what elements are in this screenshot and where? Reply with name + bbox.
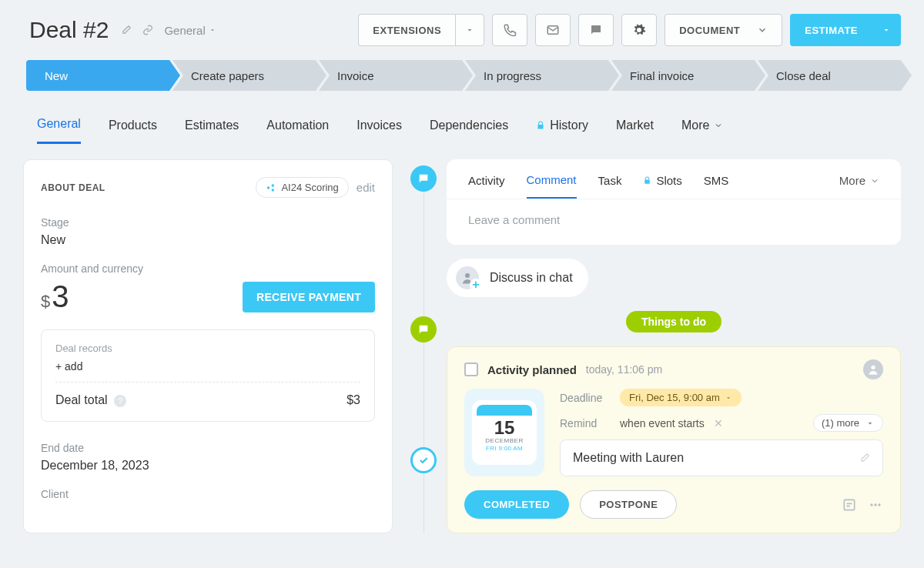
ai-scoring-chip[interactable]: AI24 Scoring xyxy=(256,177,348,198)
tab-history[interactable]: History xyxy=(536,111,588,143)
comment-tab-activity[interactable]: Activity xyxy=(468,174,505,198)
tab-automation[interactable]: Automation xyxy=(266,111,329,143)
calendar-time: FRI 9:00 AM xyxy=(477,445,532,452)
svg-point-8 xyxy=(874,503,876,506)
svg-rect-6 xyxy=(844,500,854,510)
tab-dependencies[interactable]: Dependencies xyxy=(430,111,508,143)
extensions-button[interactable]: EXTENSIONS xyxy=(358,14,455,46)
phone-icon[interactable] xyxy=(492,14,527,46)
document-label: DOCUMENT xyxy=(679,25,740,36)
avatar-icon xyxy=(863,359,883,379)
svg-point-9 xyxy=(878,503,880,506)
currency-symbol: $ xyxy=(41,292,50,312)
comment-tab-comment[interactable]: Comment xyxy=(527,173,577,199)
comment-input[interactable]: Leave a comment xyxy=(447,199,901,245)
estimate-button[interactable]: ESTIMATE xyxy=(790,14,872,46)
more-icon[interactable] xyxy=(868,497,883,513)
extensions-dropdown[interactable] xyxy=(455,14,484,46)
estimate-dropdown[interactable] xyxy=(872,14,901,46)
calendar-tile: 15 DECEMBER FRI 9:00 AM xyxy=(464,389,544,476)
comment-tab-more[interactable]: More xyxy=(839,174,879,198)
client-label: Client xyxy=(41,488,375,500)
activity-card: Activity planned today, 11:06 pm 15 DECE… xyxy=(447,346,901,533)
add-person-icon: + xyxy=(456,266,479,289)
tab-invoices[interactable]: Invoices xyxy=(357,111,402,143)
postpone-button[interactable]: POSTPONE xyxy=(580,490,677,519)
things-to-do-badge: Things to do xyxy=(626,311,721,332)
svg-point-5 xyxy=(871,366,875,369)
activity-title: Activity planned xyxy=(487,363,577,376)
stage-in-progress[interactable]: In progress xyxy=(465,60,608,91)
about-deal-panel: ABOUT DEAL AI24 Scoring edit Stage New A… xyxy=(23,159,393,533)
deal-total-label: Deal total xyxy=(55,393,108,406)
deadline-chip[interactable]: Fri, Dec 15, 9:00 am xyxy=(620,389,742,406)
lock-icon xyxy=(643,176,651,185)
note-icon[interactable] xyxy=(842,497,857,513)
calendar-month: DECEMBER xyxy=(477,437,532,444)
pencil-icon[interactable] xyxy=(859,453,870,463)
amount-label: Amount and currency xyxy=(41,262,375,275)
comment-tab-task[interactable]: Task xyxy=(598,174,622,198)
add-record-link[interactable]: + add xyxy=(55,360,360,373)
lock-icon xyxy=(536,121,545,130)
stage-create-papers[interactable]: Create papers xyxy=(172,60,316,91)
activity-timestamp: today, 11:06 pm xyxy=(586,363,662,376)
enddate-label: End date xyxy=(41,442,375,454)
activity-subject-input[interactable]: Meeting with Lauren xyxy=(560,439,883,476)
deal-total-value: $3 xyxy=(346,393,360,407)
category-select[interactable]: General xyxy=(164,24,216,37)
edit-link[interactable]: edit xyxy=(357,181,375,194)
gear-icon[interactable] xyxy=(621,14,657,46)
activity-checkbox[interactable] xyxy=(464,363,478,376)
timeline-node-chat-icon xyxy=(410,316,437,342)
comment-tab-sms[interactable]: SMS xyxy=(704,174,729,198)
about-heading: ABOUT DEAL xyxy=(41,182,105,193)
remind-label: Remind xyxy=(560,417,611,429)
document-button[interactable]: DOCUMENT xyxy=(665,14,782,46)
link-icon[interactable] xyxy=(142,25,153,35)
remind-clear-icon[interactable]: ✕ xyxy=(714,417,723,429)
comment-card: ActivityCommentTaskSlotsSMSMore Leave a … xyxy=(447,159,901,245)
chat-icon[interactable] xyxy=(578,14,614,46)
help-icon[interactable]: ? xyxy=(114,395,126,407)
comment-tab-slots[interactable]: Slots xyxy=(643,174,681,198)
timeline-node-comment-icon xyxy=(410,165,437,192)
stage-close-deal[interactable]: Close deal xyxy=(758,60,901,91)
ai-scoring-label: AI24 Scoring xyxy=(281,182,338,193)
stage-label: Stage xyxy=(41,216,375,229)
chevron-down-icon xyxy=(757,25,768,35)
category-label: General xyxy=(164,24,205,37)
records-title: Deal records xyxy=(55,342,360,354)
tab-more[interactable]: More xyxy=(681,111,723,143)
timeline-node-check-icon xyxy=(410,447,437,473)
receive-payment-button[interactable]: RECEIVE PAYMENT xyxy=(243,282,375,312)
enddate-value: December 18, 2023 xyxy=(41,459,375,473)
stage-final-invoice[interactable]: Final invoice xyxy=(611,60,755,91)
ai-scoring-icon xyxy=(266,182,276,193)
chat-link-label: Discuss in chat xyxy=(490,271,573,285)
calendar-day: 15 xyxy=(477,419,532,437)
deadline-value: Fri, Dec 15, 9:00 am xyxy=(629,392,720,403)
deal-records-box: Deal records + add Deal total ? $3 xyxy=(41,329,375,422)
completed-button[interactable]: COMPLETED xyxy=(464,490,569,519)
more-fields-chip[interactable]: (1) more xyxy=(813,414,883,432)
tab-estimates[interactable]: Estimates xyxy=(185,111,239,143)
discuss-in-chat[interactable]: + Discuss in chat xyxy=(447,259,588,297)
stage-new[interactable]: New xyxy=(26,60,169,91)
deadline-label: Deadline xyxy=(560,392,611,404)
svg-point-7 xyxy=(870,503,872,506)
tab-products[interactable]: Products xyxy=(109,111,157,143)
pencil-icon[interactable] xyxy=(121,25,132,35)
more-count-label: (1) more xyxy=(822,417,859,429)
stage-value: New xyxy=(41,233,375,247)
svg-point-2 xyxy=(272,184,275,187)
svg-point-3 xyxy=(272,189,275,192)
remind-value: when event starts xyxy=(620,417,705,429)
stage-invoice[interactable]: Invoice xyxy=(319,60,462,91)
email-icon[interactable] xyxy=(535,14,571,46)
tab-market[interactable]: Market xyxy=(616,111,654,143)
tab-general[interactable]: General xyxy=(37,109,81,144)
deal-title: Deal #2 xyxy=(29,17,109,43)
activity-subject: Meeting with Lauren xyxy=(573,451,684,465)
svg-point-1 xyxy=(267,186,270,189)
